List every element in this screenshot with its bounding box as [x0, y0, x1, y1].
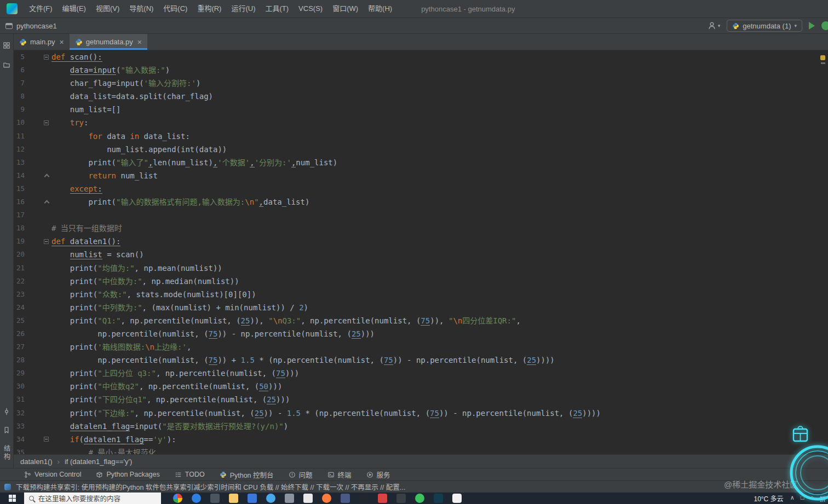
debug-button[interactable] [821, 21, 828, 30]
menu-item[interactable]: 窗口(W) [327, 0, 363, 18]
fold-marker[interactable] [25, 235, 51, 248]
taskbar-app-icon[interactable] [378, 494, 387, 503]
project-window-icon [5, 23, 13, 29]
code-text: except: [51, 182, 102, 195]
taskbar-app-icon[interactable] [173, 494, 182, 503]
status-message[interactable]: 下载预构建共享索引: 使用预构建的Python 软件包共享索引减少索引时间和 C… [16, 482, 405, 492]
code-text: datalen1_flag=input("是否要对数据进行预处理?(y/n)") [51, 420, 288, 433]
tab-close-icon[interactable]: × [60, 38, 64, 47]
windows-logo-icon [9, 495, 16, 502]
code-line-10: 10 try: [14, 116, 828, 129]
start-button[interactable] [0, 493, 24, 504]
code-line-27: 27 print('箱线图数据:\n上边缘:', [14, 340, 828, 354]
fold-marker[interactable] [25, 50, 51, 63]
line-number: 5 [14, 50, 25, 63]
taskbar-app-icon[interactable] [285, 494, 294, 503]
fold-marker[interactable] [25, 195, 51, 208]
taskbar-app-icon[interactable] [359, 494, 369, 503]
tab-close-icon[interactable]: × [137, 38, 142, 47]
taskbar-app-icon[interactable] [434, 494, 443, 503]
line-number: 21 [14, 262, 25, 275]
taskbar-app-icon[interactable] [341, 494, 350, 503]
line-number: 35 [14, 446, 25, 454]
weather-widget[interactable]: 10°C 多云 [754, 494, 783, 503]
taskbar-app-icon[interactable] [192, 494, 201, 503]
code-text: num_list.append(int(data)) [51, 143, 227, 156]
fold-marker[interactable] [25, 116, 51, 129]
menu-item[interactable]: 帮助(H) [363, 0, 397, 18]
taskbar-app-icon[interactable] [322, 494, 331, 503]
menu-item[interactable]: VCS(S) [294, 0, 327, 18]
line-number: 26 [14, 327, 25, 340]
fold-marker[interactable] [25, 169, 51, 182]
tray-item[interactable]: □ [801, 494, 804, 503]
tray-item[interactable]: 拼 [820, 494, 826, 503]
inspection-widget[interactable] [820, 55, 825, 64]
menu-item[interactable]: 文件(F) [24, 0, 58, 18]
toolbar-right: ▾ getnumdata (1) ▾ [708, 20, 823, 32]
line-number: 15 [14, 182, 25, 195]
structure-tool-button[interactable]: 结构 [2, 445, 12, 461]
menu-item[interactable]: 运行(U) [226, 0, 260, 18]
project-tool-button[interactable] [3, 42, 10, 51]
run-button[interactable] [809, 22, 815, 30]
taskbar-app-icon[interactable] [303, 494, 313, 503]
code-line-31: 31 print("下四分位q1", np.percentile(numlist… [14, 393, 828, 406]
menu-item[interactable]: 工具(T) [260, 0, 294, 18]
line-number: 17 [14, 208, 25, 222]
bookmarks-tool-button[interactable] [3, 426, 10, 436]
search-icon [29, 496, 34, 501]
menu-item[interactable]: 视图(V) [91, 0, 124, 18]
code-text: def scan(): [51, 50, 102, 63]
editor-tab-bar: main.py×getnumdata.py× [14, 34, 828, 50]
taskbar-app-icon[interactable] [266, 494, 275, 503]
tray-item[interactable]: ∧ [790, 494, 795, 503]
branch-icon [24, 471, 31, 478]
toolwindow-todo[interactable]: TODO [175, 471, 205, 478]
breadcrumb-item[interactable]: datalen1() [20, 457, 53, 466]
toolwindow-problems[interactable]: 问题 [289, 470, 313, 480]
user-account-button[interactable]: ▾ [708, 21, 721, 30]
python-icon [75, 38, 83, 46]
toolwindow-services[interactable]: 服务 [366, 470, 390, 480]
taskbar-app-icon[interactable] [452, 494, 462, 503]
fold-gutter [25, 393, 51, 406]
fold-marker[interactable] [25, 433, 51, 446]
breadcrumb-item[interactable]: if (datalen1_flag=='y') [65, 457, 133, 466]
taskbar-app-icon[interactable] [248, 494, 257, 503]
line-number: 18 [14, 222, 25, 235]
taskbar-app-icon[interactable] [396, 494, 406, 503]
fold-gutter [25, 156, 51, 169]
tab-main.py[interactable]: main.py× [14, 34, 70, 50]
run-configuration-select[interactable]: getnumdata (1) ▾ [727, 20, 802, 32]
code-text: if(datalen1_flag=='y'): [51, 433, 176, 446]
fold-gutter [25, 182, 51, 195]
toolwindow-branch[interactable]: Version Control [24, 471, 81, 478]
toolwindow-terminal[interactable]: 终端 [327, 470, 352, 480]
taskbar-app-icon[interactable] [415, 494, 424, 503]
fold-gutter [25, 275, 51, 288]
fold-gutter [25, 248, 51, 261]
code-editor[interactable]: 5def scan():6 data=input("输入数据:")7 char_… [14, 50, 828, 454]
folder-tool-button[interactable] [3, 61, 10, 71]
code-line-7: 7 char_flag=input('输入分割符:') [14, 77, 828, 90]
menu-item[interactable]: 导航(N) [124, 0, 158, 18]
line-number: 8 [14, 90, 25, 103]
tab-label: getnumdata.py [86, 38, 133, 46]
code-line-34: 34 if(datalen1_flag=='y'): [14, 433, 828, 446]
toolwindow-package[interactable]: Python Packages [96, 471, 159, 478]
commit-tool-button[interactable] [3, 408, 10, 418]
tab-getnumdata.py[interactable]: getnumdata.py× [70, 34, 147, 50]
toolwindow-pyconsole[interactable]: Python 控制台 [220, 470, 274, 480]
code-line-29: 29 print("上四分位 q3:", np.percentile(numli… [14, 367, 828, 380]
menu-item[interactable]: 代码(C) [158, 0, 192, 18]
code-text: # 当只有一组数据时 [51, 222, 122, 235]
tray-item[interactable]: ○ [810, 494, 814, 503]
menu-item[interactable]: 重构(R) [192, 0, 226, 18]
taskbar-app-icon[interactable] [210, 494, 220, 503]
pycharm-window: { "menubar": { "items": ["文件(F)","编辑(E)"… [0, 0, 828, 504]
taskbar-search-input[interactable]: 在这里输入你要搜索的内容 [24, 493, 161, 504]
menu-item[interactable]: 编辑(E) [58, 0, 91, 18]
taskbar-app-icon[interactable] [229, 494, 238, 503]
editor-column: main.py×getnumdata.py× 5def scan():6 dat… [14, 34, 828, 468]
